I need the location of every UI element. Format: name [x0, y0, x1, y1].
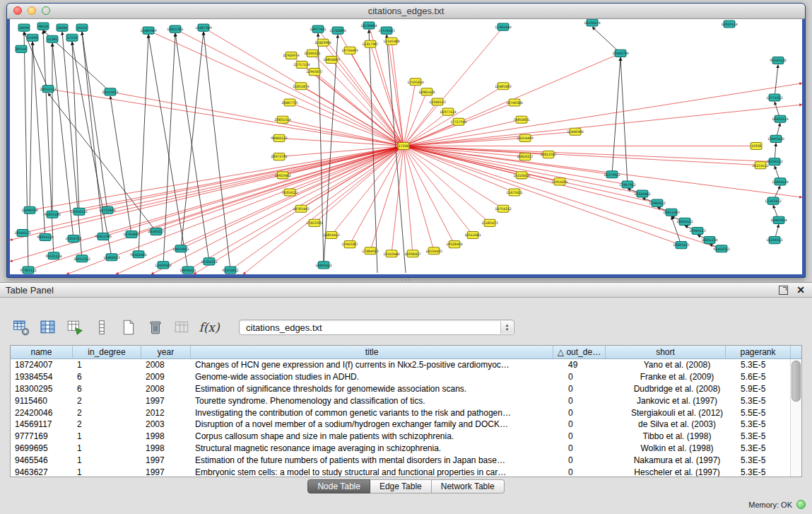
table-row[interactable]: 1872400712008Changes of HCN gene express… — [11, 359, 801, 371]
graph-node[interactable]: 11545408 — [383, 37, 399, 45]
graph-node[interactable]: 12485083 — [495, 83, 511, 90]
graph-node[interactable]: 18694 — [18, 24, 30, 31]
import-table-icon[interactable] — [172, 317, 192, 337]
graph-node[interactable]: 22003996 — [314, 39, 331, 46]
graph-node[interactable]: 16816217 — [517, 153, 533, 160]
graph-node[interactable]: 14977541 — [310, 25, 326, 33]
graph-node[interactable]: 12774312 — [766, 94, 782, 101]
graph-node[interactable]: 16764312 — [201, 258, 217, 265]
graph-node[interactable]: 12094120 — [772, 178, 788, 185]
graph-node[interactable]: 16812507 — [540, 151, 556, 158]
graph-node[interactable]: 16093412 — [315, 262, 331, 269]
graph-node[interactable]: 15943267 — [341, 241, 358, 248]
graph-node[interactable]: 15958 — [751, 142, 762, 149]
graph-node[interactable]: 17084913 — [362, 247, 378, 255]
graph-node[interactable]: 13216014 — [513, 172, 529, 179]
graph-node[interactable]: 98060123 — [271, 134, 287, 141]
graph-node[interactable]: 15969412 — [649, 199, 665, 206]
graph-node[interactable]: 16015361 — [167, 25, 183, 33]
graph-node[interactable]: 92450012 — [222, 267, 238, 274]
graph-node[interactable]: 16234512 — [766, 237, 782, 244]
graph-node[interactable]: 19222 — [76, 24, 88, 31]
memory-status-icon[interactable] — [796, 500, 806, 509]
scrollbar-thumb[interactable] — [792, 361, 801, 402]
table-row[interactable]: 946554611997Estimation of the future num… — [11, 454, 801, 466]
panel-divider[interactable] — [0, 276, 812, 282]
graph-node[interactable]: 92450312 — [713, 245, 729, 252]
graph-node[interactable]: 20551513 — [40, 86, 56, 93]
delete-icon[interactable] — [146, 317, 165, 337]
table-mode-icon[interactable] — [11, 317, 31, 337]
graph-node[interactable]: 15954291 — [551, 178, 567, 185]
graph-node[interactable]: 18830421 — [180, 267, 196, 274]
graph-node[interactable]: 18044112 — [676, 218, 693, 225]
graph-node[interactable]: 76254121 — [281, 189, 298, 196]
table-row[interactable]: 1830029562008Estimation of significance … — [11, 383, 801, 395]
graph-node[interactable]: 16961426 — [418, 88, 435, 95]
window-titlebar[interactable]: citations_edges.txt — [7, 4, 805, 19]
show-columns-icon[interactable] — [38, 317, 58, 337]
column-header-out_degree[interactable]: △ out_de… — [553, 346, 606, 358]
column-header-pagerank[interactable]: pagerank — [726, 346, 791, 358]
tab-edge-table[interactable]: Edge Table — [370, 479, 432, 493]
table-row[interactable]: 946362711997Embryonic stem cells: a mode… — [11, 466, 801, 477]
table-row[interactable]: 2242004622012Investigating the contribut… — [11, 407, 801, 419]
graph-node[interactable]: 18318462 — [634, 190, 650, 197]
graph-node[interactable]: 14659811 — [172, 245, 189, 252]
graph-node[interactable]: 16512481 — [464, 231, 481, 238]
graph-node[interactable]: 74850831 — [513, 116, 529, 123]
float-panel-icon[interactable] — [779, 286, 788, 295]
function-builder-icon[interactable]: f(x) — [199, 317, 219, 337]
graph-node[interactable]: 18544112 — [14, 229, 30, 236]
column-header-short[interactable]: short — [606, 346, 726, 358]
graph-node[interactable]: 16051463 — [663, 209, 679, 216]
graph-node[interactable]: 15056512 — [71, 208, 87, 215]
graph-node[interactable]: 15489309 — [140, 27, 156, 34]
graph-node[interactable]: 95531124 — [45, 252, 61, 259]
graph-node[interactable]: 17240 — [398, 142, 409, 149]
graph-node[interactable]: 15722894 — [329, 27, 346, 34]
graph-node[interactable]: 16379912 — [604, 171, 620, 178]
graph-node[interactable]: 11381 — [47, 35, 58, 42]
zoom-window-button[interactable] — [42, 6, 50, 15]
graph-node[interactable]: 18432114 — [772, 115, 788, 122]
graph-node[interactable]: 97383122 — [20, 267, 36, 274]
close-panel-icon[interactable]: ✕ — [796, 285, 805, 295]
graph-node[interactable]: 17576243 — [378, 27, 394, 34]
graph-node[interactable]: 12346113 — [429, 98, 445, 105]
graph-node[interactable]: 98034120 — [37, 234, 53, 241]
graph-node[interactable]: 19528454 — [446, 241, 462, 248]
graph-node[interactable]: 13543440 — [383, 250, 399, 257]
new-file-icon[interactable] — [119, 317, 139, 337]
tab-node-table[interactable]: Node Table — [307, 479, 370, 493]
graph-node[interactable]: 15487309 — [195, 24, 211, 31]
graph-node[interactable]: 18923462 — [274, 172, 290, 179]
graph-node[interactable]: 18765443 — [293, 205, 309, 212]
table-dropdown[interactable]: citations_edges.txt ▲ ▼ — [239, 320, 514, 335]
graph-node[interactable]: 15090 — [27, 34, 38, 41]
graph-node[interactable]: 17103412 — [765, 197, 781, 204]
graph-node[interactable]: 20160227 — [148, 228, 164, 235]
graph-node[interactable]: 12943037 — [306, 69, 322, 76]
graph-node[interactable]: 15090358 — [21, 206, 37, 214]
graph-node[interactable]: 98620 — [37, 23, 49, 30]
graph-node[interactable]: 14534453 — [425, 247, 442, 255]
column-header-title[interactable]: title — [191, 346, 553, 358]
table-row[interactable]: 969969511998Structural magnetic resonanc… — [11, 443, 801, 455]
graph-node[interactable]: 17554 — [66, 34, 78, 41]
graph-node[interactable]: 13443120 — [767, 135, 784, 142]
graph-node[interactable]: 17717541 — [450, 118, 466, 125]
tab-network-table[interactable]: Network Table — [432, 479, 505, 493]
table-row[interactable]: 1938455462009Genome-wide association stu… — [11, 371, 801, 383]
graph-node[interactable]: 16051234 — [701, 237, 717, 244]
graph-node[interactable]: 95035180 — [44, 211, 60, 218]
graph-node[interactable]: 95051380 — [95, 233, 111, 240]
column-icon[interactable] — [92, 317, 112, 337]
graph-node[interactable]: 17847912 — [619, 181, 635, 188]
graph-node[interactable]: 16854412 — [323, 231, 339, 238]
graph-node[interactable]: 23831514 — [274, 116, 290, 123]
graph-node[interactable]: 14732644 — [99, 206, 115, 214]
graph-node[interactable]: 16919114 — [721, 21, 737, 28]
graph-node[interactable]: 16093215 — [673, 242, 689, 249]
graph-node[interactable]: 12757124 — [293, 61, 310, 68]
